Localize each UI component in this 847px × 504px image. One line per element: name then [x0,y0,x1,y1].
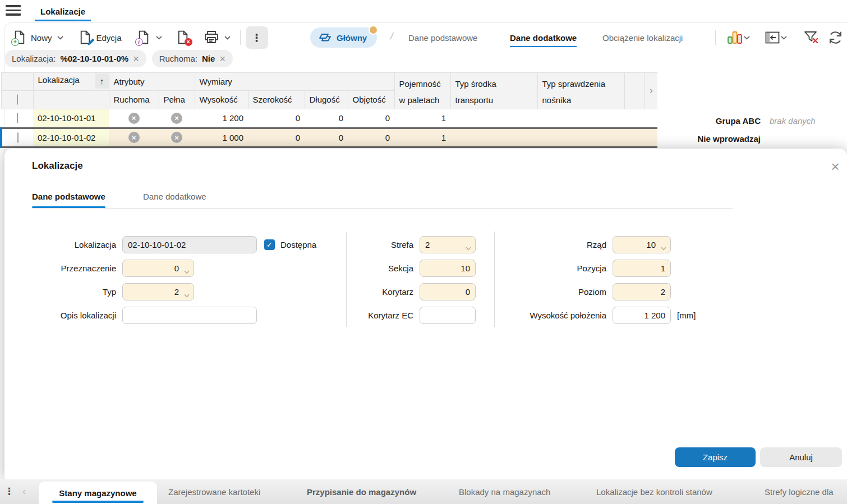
bottom-tab-stany-magazynowe[interactable]: Stany magazynowe [39,482,157,504]
toolbar-separator [715,30,716,45]
column-header-typ-sprawdzenia[interactable]: Typ sprawdzenianośnika [537,73,624,109]
bottom-tab-lokalizacje-bez-kontroli-stanow[interactable]: Lokalizacje bez kontroli stanów [596,479,712,504]
chip-remove-icon[interactable]: × [133,54,139,64]
column-header-dlugosc[interactable]: Długość [305,91,348,109]
chevron-down-icon [466,243,471,252]
collapse-panel-button[interactable] [765,30,787,45]
typ-select[interactable]: 2 [122,283,194,300]
bottom-tab-zarejestrowane-kartoteki[interactable]: Zarejestrowane kartoteki [168,479,260,504]
tab-obciazenie-lokalizacji[interactable]: Obciążenie lokalizacji [602,24,683,52]
chevron-down-icon[interactable] [744,36,750,40]
strefa-select[interactable]: 2 [420,236,476,253]
cell-pojemnosc: 1 [394,128,450,147]
tab-label: Obciążenie lokalizacji [602,33,683,43]
field-value: 02-10-10-01-02 [128,240,186,249]
view-glowny-label: Główny [337,33,367,43]
select-all-checkbox[interactable] [17,94,18,105]
korytarz-ec-field[interactable] [420,307,476,324]
sekcja-field[interactable]: 10 [420,260,476,277]
cell-typ-sprawdzenia [537,109,624,128]
rzad-select[interactable]: 10 [613,236,671,253]
bottom-tab-blokady-na-magazynach[interactable]: Blokady na magazynach [459,479,550,504]
close-icon[interactable]: × [827,158,844,175]
field-value: 2 [174,287,179,297]
lokalizacja-field[interactable]: 02-10-10-01-02 [122,236,257,253]
table-row-selected[interactable]: 02-10-10-01-02 × × 1 000 0 0 0 1 [1,128,659,147]
more-actions-button[interactable]: ⋮ [246,26,268,49]
edit-button[interactable]: Edycja [75,27,126,48]
attribute-false-icon: × [128,113,140,124]
tab-dane-dodatkowe[interactable]: Dane dodatkowe [510,24,577,52]
expand-columns-button[interactable]: › [644,73,659,109]
view-glowny-button[interactable]: Główny [310,27,377,48]
column-header-pelna[interactable]: Pełna [159,91,195,109]
dialog-tab-dane-podstawowe[interactable]: Dane podstawowe [32,188,105,205]
pozycja-field[interactable]: 1 [613,260,671,277]
poziom-field[interactable]: 2 [613,283,671,300]
refresh-button[interactable] [828,30,843,45]
chevron-left-icon[interactable]: ‹ [22,485,26,497]
save-button[interactable]: Zapisz [675,447,756,467]
sort-ascending-icon[interactable]: ↑ [95,73,109,89]
chevron-down-icon[interactable] [781,36,787,40]
dostepna-checkbox[interactable]: ✓ [264,239,275,250]
bottom-tab-strefy-logiczne[interactable]: Strefy logiczne dla [765,479,834,504]
details-button[interactable]: i [133,27,167,48]
cell-spacer [624,128,644,147]
wysokosc-polozenia-field[interactable]: 1 200 [613,307,671,324]
field-value: 1 [661,263,665,273]
chevron-down-icon[interactable] [224,36,231,40]
column-header-pojemnosc[interactable]: Pojemnośćw paletach [394,73,450,109]
tab-label: Przypisanie do magazynów [307,487,416,497]
attribute-false-icon: × [128,132,140,143]
cell-szerokosc: 0 [248,109,305,128]
delete-button[interactable]: × [172,27,195,48]
column-header-typ-srodka[interactable]: Typ środkatransportu [450,73,537,109]
bar-chart-icon [727,30,743,45]
chip-remove-icon[interactable]: × [219,54,225,64]
field-value: 2 [661,287,665,297]
filter-chips: Lokalizacja: %02-10-10-01-0% × Ruchoma: … [4,50,233,67]
przeznaczenie-select[interactable]: 0 [122,260,194,277]
column-header-szerokosc[interactable]: Szerokość [248,91,305,109]
tab-dane-podstawowe[interactable]: Dane podstawowe [408,24,477,52]
field-value: 0 [174,263,179,273]
tab-label: Dane dodatkowe [143,192,206,201]
cell-lokalizacja: 02-10-10-01-01 [33,109,109,128]
row-checkbox[interactable] [17,113,18,123]
chevron-down-icon[interactable] [156,36,162,40]
field-label-typ: Typ [15,283,116,300]
print-button[interactable] [199,27,235,48]
filter-chip-lokalizacja[interactable]: Lokalizacja: %02-10-10-01-0% × [4,50,146,67]
clear-filter-button[interactable] [803,30,819,45]
kebab-icon[interactable]: ⋮ [4,485,14,497]
dialog-tab-dane-dodatkowe[interactable]: Dane dodatkowe [143,188,206,205]
opis-lokalizacji-field[interactable] [122,307,257,324]
filter-chip-ruchoma[interactable]: Ruchoma: Nie × [152,50,233,67]
cell-lokalizacja: 02-10-10-01-02 [33,128,109,147]
detail-value: brak danych [770,116,816,126]
chip-label: Ruchoma: [159,54,197,63]
document-edit-icon [79,30,93,45]
detail-row-grupa-abc: Grupa ABC brak danych [657,116,847,126]
new-button[interactable]: + Nowy [9,27,68,48]
window-tab-lokalizacje[interactable]: Lokalizacje [35,2,91,21]
edit-button-label: Edycja [96,33,122,43]
chart-view-button[interactable] [727,30,750,45]
table-row[interactable]: 02-10-10-01-01 × × 1 200 0 0 0 1 [1,109,659,128]
document-info-icon: i [137,30,151,45]
row-checkbox[interactable] [17,132,19,143]
column-header-lokalizacja[interactable]: Lokalizacja ↑ [33,73,109,91]
column-header-objetosc[interactable]: Objętość [348,91,394,109]
lokalizacje-dialog: Lokalizacje × Dane podstawowe Dane dodat… [4,149,847,479]
bottom-tab-przypisanie-do-magazynow[interactable]: Przypisanie do magazynów [307,479,416,504]
cancel-button[interactable]: Anuluj [760,447,842,467]
column-header-ruchoma[interactable]: Ruchoma [109,91,159,109]
document-delete-icon: × [177,30,190,45]
column-header-wysokosc[interactable]: Wysokość [195,91,248,109]
field-label-opis-lokalizacji: Opis lokalizacji [15,307,116,324]
field-value: 2 [425,240,430,249]
korytarz-field[interactable]: 0 [420,283,476,300]
chevron-down-icon[interactable] [57,36,63,40]
hamburger-menu-icon[interactable] [6,5,21,16]
